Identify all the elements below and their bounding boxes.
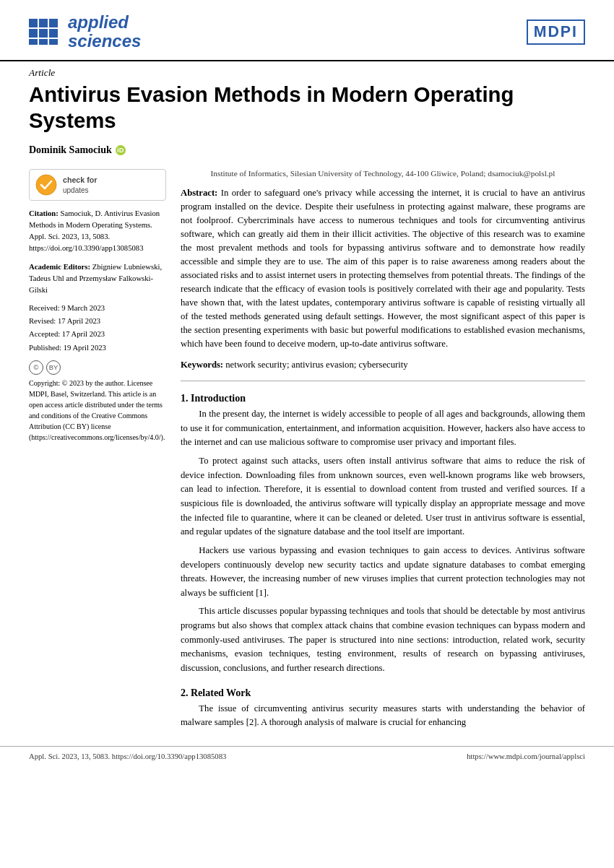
author-line: Dominik Samociuk iD (0, 140, 614, 163)
svg-rect-4 (39, 29, 48, 38)
keywords-block: Keywords: network security; antivirus ev… (181, 358, 585, 372)
related-para-1: The issue of circumventing antivirus sec… (181, 702, 585, 730)
check-updates-icon (35, 174, 57, 196)
svg-rect-5 (49, 29, 58, 38)
section-divider (181, 381, 585, 381)
article-title: Antivirus Evasion Methods in Modern Oper… (0, 80, 614, 140)
mdpi-logo: MDPI (527, 19, 585, 45)
logo-left: applied sciences (29, 13, 141, 51)
cc-icon-row: © BY (29, 360, 166, 375)
editors-block: Academic Editors: Zbigniew Lubniewski, T… (29, 261, 166, 296)
keywords-label: Keywords: (181, 360, 223, 370)
svg-rect-2 (49, 19, 58, 27)
two-column-layout: check for updates Citation: Samociuk, D.… (0, 169, 614, 734)
intro-para-1: In the present day, the internet is wide… (181, 407, 585, 450)
intro-para-2: To protect against such attacks, users o… (181, 454, 585, 539)
intro-para-3: Hackers use various bypassing and evasio… (181, 544, 585, 601)
footer-left: Appl. Sci. 2023, 13, 5083. https://doi.o… (29, 752, 226, 760)
svg-point-9 (36, 175, 56, 195)
dates-block: Received: 9 March 2023 Revised: 17 April… (29, 302, 166, 355)
footer-right: https://www.mdpi.com/journal/applsci (467, 752, 585, 760)
svg-rect-6 (29, 39, 38, 45)
svg-rect-7 (39, 39, 48, 45)
accepted-date: Accepted: 17 April 2023 (29, 328, 166, 341)
affiliation: Institute of Informatics, Silesian Unive… (181, 169, 585, 178)
check-for-updates-box: check for updates (29, 169, 166, 201)
footer: Appl. Sci. 2023, 13, 5083. https://doi.o… (0, 746, 614, 766)
copyright-text: Copyright: © 2023 by the author. License… (29, 378, 166, 443)
intro-heading: 1. Introduction (181, 393, 585, 404)
svg-rect-0 (29, 19, 38, 27)
check-updates-text: check for updates (63, 175, 97, 195)
intro-para-4: This article discusses popular bypassing… (181, 604, 585, 675)
svg-rect-8 (49, 39, 58, 45)
citation-block: Citation: Samociuk, D. Antivirus Evasion… (29, 208, 166, 254)
abstract-text: In order to safeguard one's privacy whil… (181, 188, 585, 349)
received-date: Received: 9 March 2023 (29, 302, 166, 315)
abstract-label: Abstract: (181, 188, 217, 198)
citation-label: Citation: (29, 209, 59, 217)
cc-by-icon: BY (46, 360, 61, 375)
abstract-block: Abstract: In order to safeguard one's pr… (181, 186, 585, 351)
related-heading: 2. Related Work (181, 687, 585, 699)
published-date: Published: 19 April 2023 (29, 342, 166, 355)
right-column: Institute of Informatics, Silesian Unive… (181, 169, 585, 734)
svg-rect-3 (29, 29, 38, 38)
logo-text: applied sciences (68, 13, 141, 51)
left-column: check for updates Citation: Samociuk, D.… (29, 169, 166, 734)
author-name: Dominik Samociuk (29, 144, 112, 156)
cc-license-block: © BY Copyright: © 2023 by the author. Li… (29, 360, 166, 443)
article-type-label: Article (0, 61, 614, 80)
keywords-text: network security; antivirus evasion; cyb… (223, 360, 408, 370)
revised-date: Revised: 17 April 2023 (29, 315, 166, 328)
applied-sciences-logo-icon (29, 19, 61, 45)
svg-rect-1 (39, 19, 48, 27)
cc-circle-icon: © (29, 360, 43, 375)
orcid-icon: iD (116, 145, 126, 155)
header: applied sciences MDPI (0, 0, 614, 61)
editors-label: Academic Editors: (29, 263, 90, 271)
